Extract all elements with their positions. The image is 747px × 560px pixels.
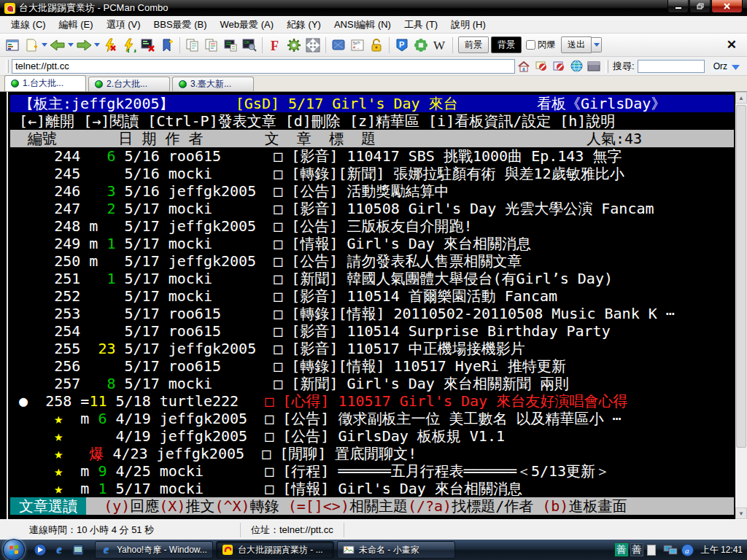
searchbar-grip[interactable] <box>605 60 608 73</box>
close-connection-icon[interactable] <box>139 36 158 55</box>
open-terminal-search-icon[interactable]: OK <box>240 36 259 55</box>
font-icon[interactable]: F <box>266 36 285 55</box>
pcman-site-icon[interactable]: P <box>392 36 411 55</box>
language-bar-icon[interactable]: a <box>681 544 694 556</box>
restore-button[interactable] <box>689 0 711 13</box>
terminal-line[interactable]: 255 23 5/17 jeffgk2005 □ [影音] 110517 中正機… <box>10 340 734 357</box>
terminal-line[interactable]: 254 5/17 roo615 □ [影音] 110514 Surprise B… <box>10 322 734 340</box>
terminal-line[interactable]: 253 5/17 roo615 □ [轉錄][情報] 20110502-2011… <box>10 305 734 322</box>
menu-item-8[interactable]: 說明 (H) <box>444 16 492 34</box>
forward-icon[interactable] <box>74 36 93 55</box>
fit-window-icon[interactable] <box>303 36 322 55</box>
background-button[interactable]: 背景 <box>491 36 522 53</box>
terminal-line[interactable]: 249 m 1 5/17 mocki □ [情報] Girl's Day 來台相… <box>10 235 734 252</box>
terminal-line[interactable]: ★ m 9 4/25 mocki □ [行程] ══════五月行程表═════… <box>10 462 734 480</box>
session-tab-2[interactable]: 2.台大批... <box>88 77 170 91</box>
terminal-line[interactable]: 244 6 5/16 roo615 □ [影音] 110417 SBS 挑戰10… <box>10 147 734 165</box>
home-icon[interactable] <box>515 58 533 74</box>
ime-icon-2[interactable]: 善 <box>630 543 643 556</box>
quicklaunch-messenger-icon[interactable] <box>70 542 86 558</box>
addressbar-grip[interactable] <box>6 60 9 73</box>
terminal-line[interactable]: 245 5/16 mocki □ [轉錄][新聞] 張娜拉駐顏有術 與差12歲敏… <box>10 165 734 182</box>
new-connection-dropdown-icon[interactable] <box>41 36 48 55</box>
task-button-2[interactable]: 台大批踢踢寊業坊 - ... <box>216 541 334 559</box>
terminal-line[interactable]: ★ 4/19 jeffgk2005 □ [公告] GirlsDay 板板規 V1… <box>10 427 734 445</box>
send-dropdown-icon[interactable] <box>592 37 602 52</box>
task-button-1[interactable]: eYahoo!奇摩 - Window... <box>95 541 213 559</box>
terminal-line[interactable]: ★ 爆 4/23 jeffgk2005 □ [閒聊] 置底閒聊文! <box>10 445 734 462</box>
reconnect-icon[interactable] <box>120 36 139 55</box>
block-ad-icon[interactable] <box>550 58 568 74</box>
address-input[interactable] <box>12 59 515 74</box>
back-dropdown-icon[interactable] <box>67 36 74 55</box>
terminal-line[interactable]: 251 1 5/17 mocki □ [新聞] 韓國人氣團體大舉侵台(有Girl… <box>10 270 734 287</box>
toolbar-close-icon[interactable]: ✕ <box>719 37 744 52</box>
paste-icon[interactable] <box>221 36 240 55</box>
task-button-3[interactable]: 未命名 - 小畫家 <box>337 541 455 559</box>
term-segment: [GsD] 5/17 Girl's Day 來台 <box>236 95 458 112</box>
settings-gear-icon[interactable] <box>285 36 303 55</box>
terminal-line[interactable]: 256 5/17 roo615 □ [轉錄][情報] 110517 HyeRi … <box>10 357 734 375</box>
copy-ansi-icon[interactable] <box>202 36 221 55</box>
forward-dropdown-icon[interactable] <box>93 36 101 55</box>
terminal-line-selected[interactable]: ● 258 =11 5/18 turtle222 □ [心得] 110517 G… <box>10 392 734 410</box>
search-engine-dropdown-icon[interactable] <box>732 60 740 73</box>
blink-checkbox[interactable] <box>526 40 535 50</box>
back-icon[interactable] <box>48 36 67 55</box>
term-segment: 5/17 mocki <box>116 200 274 217</box>
wikipedia-icon[interactable]: W <box>430 36 449 55</box>
quicklaunch-media-player-icon[interactable] <box>32 542 48 558</box>
menu-item-7[interactable]: 工具 (T) <box>398 16 444 34</box>
terminal-line[interactable]: ★ m 6 4/19 jeffgk2005 □ [公告] 徵求副板主一位 美工數… <box>10 410 734 427</box>
scroll-down-icon[interactable]: ▼ <box>735 508 747 519</box>
terminal-line[interactable]: 252 5/17 mocki □ [影音] 110514 首爾樂園活動 Fanc… <box>10 287 734 305</box>
terminal-line[interactable]: 248 m 5/17 jeffgk2005 □ [公告] 三版板友自介開跑! <box>10 217 734 235</box>
ptt-flower-icon[interactable] <box>411 36 430 55</box>
term-segment: □ <box>274 322 291 340</box>
terminal-line[interactable]: 247 2 5/17 mocki □ [影音] 110508 Girl's Da… <box>10 200 734 217</box>
lock-icon[interactable] <box>367 36 386 55</box>
globe-icon[interactable] <box>568 58 585 74</box>
menu-item-1[interactable]: 編輯 (E) <box>53 16 100 34</box>
title-bar[interactable]: 台大批踢踢實業坊 - PCMan Combo <box>0 0 747 16</box>
ime-toolbar-icon[interactable] <box>647 545 656 556</box>
ime-icon-1[interactable]: 善 <box>615 543 628 556</box>
taskbar-clock[interactable]: 上午 12:41 <box>701 544 743 556</box>
new-connection-icon[interactable] <box>22 36 41 55</box>
window-mode-icon[interactable] <box>329 36 348 55</box>
menu-item-2[interactable]: 選項 (V) <box>100 16 147 34</box>
search-label: 搜尋: <box>613 60 635 73</box>
session-tab-3[interactable]: 3.臺大新... <box>172 77 254 91</box>
close-button[interactable] <box>711 0 743 13</box>
add-bookmark-icon[interactable] <box>158 36 177 55</box>
terminal-line[interactable]: 246 3 5/16 jeffgk2005 □ [公告] 活動獎勵結算中 <box>10 182 734 200</box>
session-tab-1[interactable]: 1.台大批... <box>4 75 86 91</box>
scroll-up-icon[interactable]: ▲ <box>735 92 747 104</box>
terminal-line[interactable]: 250 m 5/17 jeffgk2005 □ [公告] 請勿發表私人售票相關文… <box>10 252 734 270</box>
menu-item-5[interactable]: 紀錄 (Y) <box>280 16 328 34</box>
search-input[interactable] <box>638 60 705 73</box>
search-engine-label[interactable]: Orz <box>711 61 730 72</box>
terminal-line[interactable]: ★ m 1 5/17 mocki □ [情報] Girl's Day 來台相關消… <box>10 480 734 497</box>
copy-icon[interactable] <box>183 36 202 55</box>
scrollbar-thumb[interactable] <box>736 105 746 448</box>
sessions-icon[interactable] <box>3 36 22 55</box>
codepage-icon[interactable]: 5o?!#;→ <box>348 36 367 55</box>
foreground-button[interactable]: 前景 <box>458 36 489 53</box>
window-view-icon[interactable] <box>585 58 603 74</box>
menu-item-6[interactable]: ANSI編輯 (N) <box>328 16 398 34</box>
send-button[interactable]: 送出 <box>561 36 592 53</box>
minimize-button[interactable] <box>667 0 689 13</box>
disconnect-icon[interactable] <box>101 36 120 55</box>
terminal-screen[interactable]: 【板主:jeffgk2005】 [GsD] 5/17 Girl's Day 來台… <box>0 92 747 519</box>
terminal-line[interactable]: 257 8 5/17 mocki □ [新聞] Girl's Day 來台相關新… <box>10 375 734 392</box>
network-icon[interactable] <box>663 544 678 556</box>
quicklaunch-ie-icon[interactable]: e <box>51 542 67 558</box>
terminal-scrollbar[interactable]: ▲ ▼ <box>735 92 747 519</box>
menu-item-4[interactable]: Web最愛 (A) <box>214 16 280 34</box>
term-segment: 253 5/17 roo615 <box>10 305 274 322</box>
block-popup-icon[interactable] <box>533 58 550 74</box>
menu-item-3[interactable]: BBS最愛 (B) <box>147 16 214 34</box>
start-button[interactable] <box>3 539 25 560</box>
menu-item-0[interactable]: 連線 (C) <box>4 16 53 34</box>
